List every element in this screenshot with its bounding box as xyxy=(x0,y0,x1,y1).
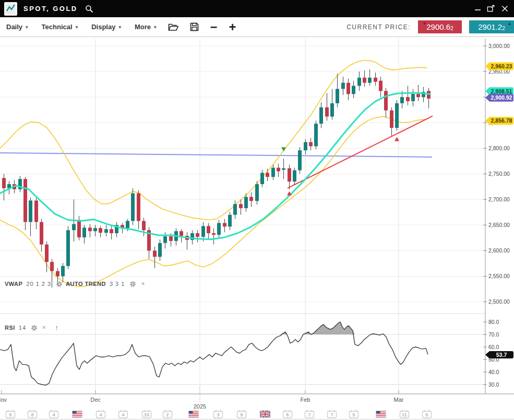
candle-up[interactable] xyxy=(314,124,318,146)
candle-up[interactable] xyxy=(244,197,248,208)
candle-up[interactable] xyxy=(336,89,339,103)
save-chart-icon[interactable] xyxy=(190,22,199,31)
candle-down[interactable] xyxy=(56,271,59,277)
calendar-event-icon[interactable]: 6 xyxy=(283,410,292,418)
rsi-settings-gear-icon[interactable] xyxy=(31,325,38,331)
candle-up[interactable] xyxy=(260,173,264,184)
candle-down[interactable] xyxy=(180,231,183,236)
zoom-out-icon[interactable]: − xyxy=(210,22,218,32)
candle-up[interactable] xyxy=(293,170,296,182)
candle-down[interactable] xyxy=(169,236,173,241)
candle-up[interactable] xyxy=(352,86,355,94)
calendar-event-icon[interactable]: 11 xyxy=(400,410,409,418)
candle-up[interactable] xyxy=(29,200,32,222)
calendar-event-icon[interactable]: 4 xyxy=(50,410,58,418)
calendar-event-icon[interactable]: 4 xyxy=(97,410,105,418)
candle-down[interactable] xyxy=(266,173,269,177)
calendar-event-icon[interactable]: 9 xyxy=(237,410,246,418)
candle-up[interactable] xyxy=(282,169,285,170)
minimize-button[interactable] xyxy=(473,5,482,13)
candle-down[interactable] xyxy=(390,111,393,128)
calendar-event-icon[interactable]: 7 xyxy=(305,410,314,418)
candle-up[interactable] xyxy=(158,243,162,257)
menu-display[interactable]: Display▾ xyxy=(91,23,121,31)
candle-up[interactable] xyxy=(411,94,415,101)
auto-trend-remove-icon[interactable]: × xyxy=(141,281,145,287)
zoom-in-icon[interactable]: + xyxy=(229,22,236,32)
menu-more[interactable]: More▾ xyxy=(135,23,157,31)
rsi-remove-icon[interactable]: × xyxy=(42,325,46,331)
candle-down[interactable] xyxy=(239,204,243,208)
candle-down[interactable] xyxy=(384,91,388,110)
calendar-event-icon[interactable]: 3 xyxy=(214,410,223,418)
candle-down[interactable] xyxy=(137,194,140,221)
popout-button[interactable] xyxy=(487,5,495,13)
candle-up[interactable] xyxy=(217,223,221,235)
calendar-event-icon[interactable]: 10 xyxy=(142,410,151,418)
candle-up[interactable] xyxy=(298,150,302,170)
candle-down[interactable] xyxy=(346,83,350,94)
candle-down[interactable] xyxy=(288,169,291,182)
calendar-event-icon[interactable]: 2 xyxy=(163,410,172,418)
candle-down[interactable] xyxy=(99,228,102,233)
candle-down[interactable] xyxy=(223,223,226,226)
candle-up[interactable] xyxy=(126,221,129,229)
candle-up[interactable] xyxy=(330,103,334,117)
calendar-event-icon[interactable]: 5 xyxy=(350,410,358,418)
candle-up[interactable] xyxy=(271,168,275,177)
candle-up[interactable] xyxy=(368,78,372,83)
candle-down[interactable] xyxy=(34,200,38,222)
candle-up[interactable] xyxy=(163,236,167,243)
candle-down[interactable] xyxy=(277,168,280,172)
open-chart-icon[interactable] xyxy=(168,23,178,31)
candle-up[interactable] xyxy=(61,266,65,277)
us-flag-icon[interactable] xyxy=(72,411,82,418)
candle-down[interactable] xyxy=(309,142,313,146)
candle-down[interactable] xyxy=(374,78,377,82)
candle-up[interactable] xyxy=(72,224,76,230)
candle-up[interactable] xyxy=(93,228,97,231)
candle-down[interactable] xyxy=(196,233,199,237)
candle-up[interactable] xyxy=(400,97,404,103)
candle-down[interactable] xyxy=(45,245,49,262)
calendar-event-icon[interactable]: 8 xyxy=(28,410,37,418)
menu-timeframe-daily[interactable]: Daily▾ xyxy=(6,23,28,31)
candle-down[interactable] xyxy=(23,179,27,222)
candle-down[interactable] xyxy=(363,78,366,83)
candle-down[interactable] xyxy=(77,220,81,237)
candle-up[interactable] xyxy=(228,215,232,227)
candle-up[interactable] xyxy=(233,204,237,215)
candle-up[interactable] xyxy=(341,83,345,89)
candle-down[interactable] xyxy=(325,107,329,117)
calendar-event-icon[interactable]: 4 xyxy=(119,410,128,418)
candle-up[interactable] xyxy=(66,230,70,266)
candle-up[interactable] xyxy=(82,227,86,237)
vwap-settings-gear-icon[interactable] xyxy=(56,281,63,287)
candle-down[interactable] xyxy=(40,222,43,245)
auto-trend-settings-gear-icon[interactable] xyxy=(129,281,136,287)
candle-down[interactable] xyxy=(416,94,420,97)
candle-up[interactable] xyxy=(255,184,259,201)
candle-up[interactable] xyxy=(304,142,307,150)
candle-up[interactable] xyxy=(131,194,135,221)
candle-down[interactable] xyxy=(406,97,410,101)
candle-down[interactable] xyxy=(207,226,210,233)
menu-technical[interactable]: Technical▾ xyxy=(42,23,78,31)
candle-up[interactable] xyxy=(395,103,399,128)
candle-down[interactable] xyxy=(50,262,54,271)
calendar-event-icon[interactable]: 5 xyxy=(423,410,432,418)
us-flag-icon[interactable] xyxy=(376,411,386,418)
candle-up[interactable] xyxy=(104,229,108,233)
chart-area[interactable]: 3,000.002,950.002,900.002,850.002,800.00… xyxy=(0,38,514,420)
candle-down[interactable] xyxy=(379,81,382,91)
candle-down[interactable] xyxy=(249,197,253,201)
candle-up[interactable] xyxy=(319,107,323,124)
candle-down[interactable] xyxy=(2,178,6,188)
uk-flag-icon[interactable] xyxy=(260,411,270,418)
candle-down[interactable] xyxy=(88,227,92,231)
us-flag-icon[interactable] xyxy=(188,411,199,418)
calendar-event-icon[interactable]: 5 xyxy=(6,410,15,418)
candle-down[interactable] xyxy=(142,221,146,231)
candle-up[interactable] xyxy=(357,78,361,86)
close-button[interactable] xyxy=(500,5,509,13)
